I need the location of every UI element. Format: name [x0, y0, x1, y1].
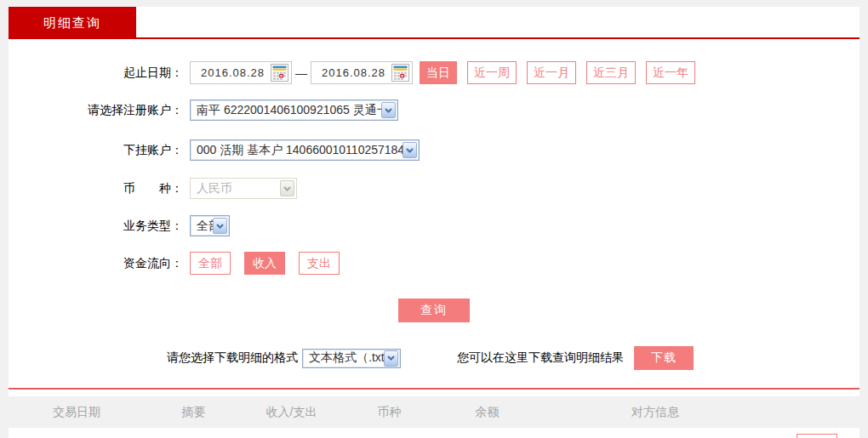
business-type-row: 业务类型： 全部: [9, 214, 859, 237]
range-today-button[interactable]: 当日: [420, 61, 457, 84]
date-to-value: 2016.08.28: [322, 66, 385, 79]
chevron-down-icon: [280, 180, 294, 196]
query-button-row: 查询: [9, 299, 859, 322]
sub-account-value: 000 活期 基本户 1406600101102571848: [197, 143, 403, 158]
section-divider: [9, 388, 859, 390]
query-button[interactable]: 查询: [398, 299, 470, 322]
date-from-input[interactable]: 2016.08.28: [190, 61, 292, 84]
currency-value: 人民币: [197, 181, 232, 196]
col-header-currency: 币种: [340, 405, 438, 420]
business-type-value: 全部: [197, 219, 213, 234]
fund-flow-all-button[interactable]: 全部: [190, 252, 231, 275]
calendar-icon[interactable]: [391, 64, 409, 82]
download-format-select[interactable]: 文本格式（.txt）: [302, 349, 401, 368]
business-type-label: 业务类型：: [9, 219, 183, 234]
date-range-label: 起止日期：: [9, 65, 183, 81]
fund-flow-label: 资金流向：: [9, 256, 183, 271]
col-header-balance: 余额: [438, 405, 536, 420]
register-account-value: 南平 6222001406100921065 灵通卡: [197, 103, 381, 118]
register-account-label: 请选择注册账户：: [9, 103, 183, 118]
range-quarter-button[interactable]: 近三月: [586, 61, 636, 84]
table-header: 交易日期 摘要 收入/支出 币种 余额 对方信息: [9, 396, 859, 428]
download-button[interactable]: 下载: [634, 346, 694, 370]
download-format-value: 文本格式（.txt）: [309, 350, 384, 366]
range-week-button[interactable]: 近一周: [467, 61, 517, 84]
chevron-down-icon: [213, 218, 227, 234]
date-range-separator: —: [292, 66, 311, 80]
col-header-counterparty: 对方信息: [536, 405, 774, 420]
detail-button[interactable]: 详情: [797, 434, 837, 438]
currency-label: 币 种：: [9, 181, 183, 196]
register-account-select[interactable]: 南平 6222001406100921065 灵通卡: [190, 100, 398, 121]
sub-account-label: 下挂账户：: [9, 143, 183, 158]
date-from-value: 2016.08.28: [201, 66, 265, 79]
sub-account-row: 下挂账户： 000 活期 基本户 1406600101102571848: [9, 139, 859, 162]
col-header-summary: 摘要: [145, 405, 243, 420]
query-form: 起止日期： 2016.08.28: [9, 39, 859, 370]
tab-detail-query[interactable]: 明细查询: [9, 7, 136, 39]
chevron-down-icon: [384, 350, 398, 367]
col-header-date: 交易日期: [9, 405, 145, 420]
col-header-amount: 收入/支出: [243, 405, 340, 420]
download-row: 请您选择下载明细的格式 文本格式（.txt） 您可以在这里下载查询明细结果 下载: [167, 346, 859, 370]
chevron-down-icon: [403, 142, 417, 158]
fund-flow-income-button[interactable]: 收入: [244, 252, 285, 275]
register-account-row: 请选择注册账户： 南平 6222001406100921065 灵通卡: [9, 99, 859, 122]
business-type-select[interactable]: 全部: [190, 215, 230, 236]
cell-action: 详情: [774, 434, 859, 438]
date-to-input[interactable]: 2016.08.28: [311, 61, 413, 84]
currency-select: 人民币: [190, 178, 297, 199]
chevron-down-icon: [381, 102, 396, 118]
detail-query-panel: 明细查询 起止日期： 2016.08.28: [9, 7, 859, 438]
calendar-icon[interactable]: [271, 64, 288, 82]
range-year-button[interactable]: 近一年: [646, 61, 695, 84]
range-month-button[interactable]: 近一月: [527, 61, 576, 84]
table-row: 2016-08-28 DF提现 +185.00 人民币 3,022.26 财付通…: [9, 428, 859, 438]
date-range-row: 起止日期： 2016.08.28: [9, 61, 859, 84]
fund-flow-expense-button[interactable]: 支出: [299, 252, 340, 275]
tab-bar: 明细查询: [9, 7, 859, 39]
sub-account-select[interactable]: 000 活期 基本户 1406600101102571848: [190, 139, 420, 161]
fund-flow-row: 资金流向： 全部 收入 支出: [9, 252, 859, 275]
currency-row: 币 种： 人民币: [9, 177, 859, 200]
download-format-label: 请您选择下载明细的格式: [167, 350, 298, 366]
download-hint: 您可以在这里下载查询明细结果: [457, 350, 624, 366]
